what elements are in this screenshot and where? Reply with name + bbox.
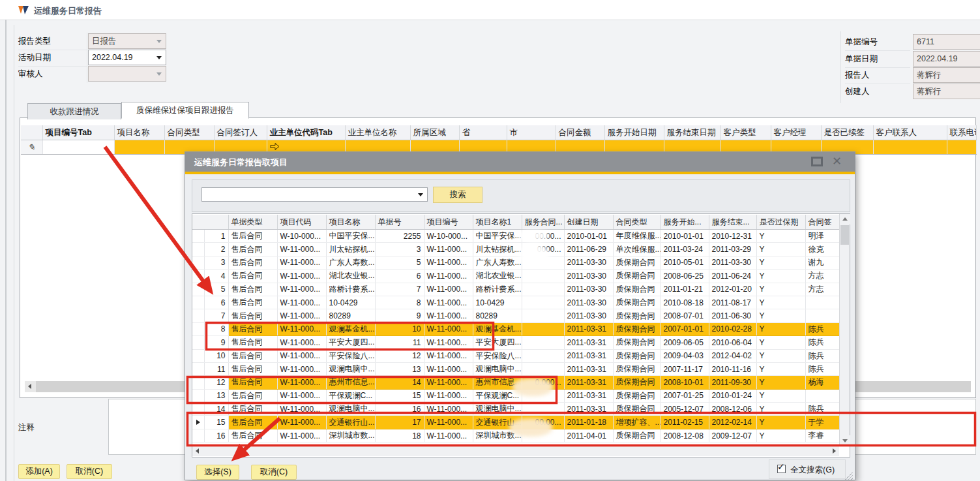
select-button[interactable]: 选择(S) [196,465,239,480]
main-table-cell[interactable] [42,140,114,155]
dialog-table-cell: W-11-000... [424,389,473,402]
checkmark-icon: ✓ [777,461,785,472]
activity-date-select[interactable]: 2022.04.19 [88,50,166,65]
row-number-cell: 15 [204,416,228,429]
scroll-left-icon[interactable] [25,381,36,392]
dialog-table-row[interactable]: 5售后合同W-11-000...路桥计费系...7W-11-000...路桥计费… [192,283,839,296]
row-number-cell: 11 [204,362,228,375]
chevron-down-icon[interactable] [156,56,162,59]
scroll-up-icon[interactable] [840,214,850,225]
dialog-table-cell: 交通银行山... [326,416,375,429]
dialog-table-vscrollbar[interactable] [839,214,850,446]
fulltext-search-checkbox[interactable]: ✓ [777,465,786,473]
main-column-header[interactable]: 所属区域 [410,125,459,140]
search-button[interactable]: 搜索 [433,187,483,203]
goto-arrow-icon[interactable] [270,142,280,151]
row-number-cell: 6 [204,296,228,309]
dialog-table-cell: 售后合同 [228,256,277,269]
dialog-column-header[interactable]: 服务合同... [522,215,564,230]
dialog-table-row[interactable]: 4售后合同W-11-000...湖北农业银...6W-11-000...湖北农业… [192,270,839,283]
main-column-header[interactable]: 客户类型 [720,125,771,140]
resize-grip[interactable] [845,472,853,480]
vscroll-thumb[interactable] [840,225,849,245]
dialog-table-cell: 2011-03-30 [564,296,613,309]
maximize-icon[interactable] [811,157,823,166]
dialog-table-row[interactable]: 15售后合同W-11-000...交通银行山...17W-11-000...交通… [192,416,839,429]
main-column-header[interactable]: 业主单位名称 [345,125,410,140]
dialog-projects-table: 单据类型项目代码项目名称单据号项目编号项目名称1服务合同...创建日期合同类型服… [192,215,840,442]
dialog-table-cell [522,389,564,402]
dialog-table-row[interactable]: 3售后合同W-11-000...广东人寿数...5W-11-000...广东人寿… [192,256,839,269]
main-column-header[interactable]: 业主单位代码Tab [267,125,345,140]
scroll-left-icon[interactable] [192,446,203,456]
chevron-down-icon[interactable] [418,193,423,196]
main-table-cell [947,140,976,155]
main-column-header[interactable]: 合同类型 [164,125,214,140]
dialog-column-header[interactable]: 合同类型 [613,215,661,230]
dialog-table-hscrollbar[interactable] [192,446,839,456]
tab-payment-followup[interactable]: 收款跟进情况 [27,103,121,119]
main-column-header[interactable]: 客户经理 [771,125,821,140]
dialog-table-cell: 6 [375,270,424,283]
dialog-table-cell: 质保期合同 [613,349,661,362]
dialog-table-cell: 平保观澜C... [473,389,522,402]
dialog-column-header[interactable]: 项目名称1 [473,215,522,230]
scroll-right-icon[interactable] [829,446,839,456]
window-title: 运维服务日常报告 [34,5,102,17]
tab-warranty-projects[interactable]: 质保维保过保项目跟进报告 [121,102,249,119]
dialog-column-header[interactable]: 项目代码 [277,215,326,230]
dialog-table-cell: 2010-01-24 [709,389,756,402]
add-button[interactable]: 添加(A) [18,464,60,479]
dialog-column-header[interactable]: 单据号 [375,215,424,230]
main-column-header[interactable]: 合同金额 [556,125,604,140]
dialog-table-row[interactable]: 1售后合同W-10-000...中国平安保...2255W-10-000...中… [192,230,839,243]
dialog-table-row[interactable]: 14售后合同W-11-000...观澜电脑中...16W-11-000...观澜… [192,403,839,416]
dialog-column-header[interactable]: 项目编号 [424,215,473,230]
dialog-table-row[interactable]: 10售后合同W-11-000...平安保险八...12W-11-000...平安… [192,349,839,362]
dialog-table-cell: W-11-000... [424,429,473,442]
dialog-table-row[interactable]: 11售后合同W-11-000...观澜电脑中...13W-11-000...观澜… [192,362,839,375]
dialog-table-row[interactable]: 2售后合同W-11-000...川太钻探机...3W-11-000...川太钻探… [192,243,839,256]
dialog-table-row[interactable]: 7售后合同W-11-000...802899W-11-000...8028920… [192,309,839,322]
dialog-table-cell: 质保期合同 [613,362,661,375]
dialog-table-row[interactable]: 16售后合同W-11-000...深圳城市数...18W-11-000...深圳… [192,429,839,442]
dialog-table-cell: 售后合同 [228,416,277,429]
dialog-column-header[interactable]: 服务结束... [709,215,756,230]
dialog-cancel-button[interactable]: 取消(C) [251,465,297,480]
close-icon[interactable]: ✕ [832,155,842,168]
main-column-header[interactable]: 项目编号Tab [42,125,114,140]
search-combobox[interactable] [201,187,428,202]
dialog-table-row[interactable]: 8售后合同W-11-000...观澜基金机...10W-11-000...观澜基… [192,322,839,335]
dialog-table-row[interactable]: 9售后合同W-11-000...平安大厦四...11W-11-000...平安大… [192,336,839,349]
main-column-header[interactable]: 省 [459,125,507,140]
dialog-table-cell: 5 [375,256,424,269]
main-column-header[interactable]: 联系电话 [947,125,976,140]
dialog-table-row[interactable]: 13售后合同W-11-000...平保观澜C...15W-11-000...平保… [192,389,839,402]
main-column-header[interactable]: 合同签订人 [214,125,267,140]
main-column-header[interactable]: 项目名称 [114,125,164,140]
dialog-table-cell: 陈兵 [805,336,839,349]
dialog-table-cell: 2008-06-25 [661,270,709,283]
scroll-down-icon[interactable] [840,435,850,446]
dialog-column-header[interactable]: 是否过保期 [756,215,805,230]
activity-date-label: 活动日期 [18,50,87,67]
dialog-column-header[interactable]: 项目名称 [326,215,375,230]
dialog-column-header[interactable]: 服务开始... [661,215,709,230]
dialog-column-header[interactable]: 创建日期 [564,215,613,230]
dialog-column-header[interactable]: 单据类型 [228,215,277,230]
dialog-table-cell: 2011-03-29 [709,243,756,256]
dialog-table-cell: W-11-000... [277,270,326,283]
main-column-header[interactable]: 服务结束日期 [664,125,720,140]
main-column-header[interactable]: 是否已续签 [821,125,873,140]
dialog-table-row[interactable]: 6售后合同W-11-000...10-04298W-11-000...10-04… [192,296,839,309]
cancel-button[interactable]: 取消(C) [67,464,112,479]
main-column-header[interactable]: 客户联系人 [873,125,947,140]
main-table-cell [873,140,947,155]
dialog-table-cell: 售后合同 [228,243,277,256]
dialog-column-header[interactable]: 合同签 [805,215,839,230]
dialog-table-cell: Y [756,349,805,362]
main-column-header[interactable]: 市 [507,125,556,140]
doc-number-label: 单据编号 [845,34,910,51]
dialog-table-row[interactable]: 12售后合同W-11-000...惠州市信息...14W-11-000...惠州… [192,376,839,389]
main-column-header[interactable]: 服务开始日期 [604,125,664,140]
